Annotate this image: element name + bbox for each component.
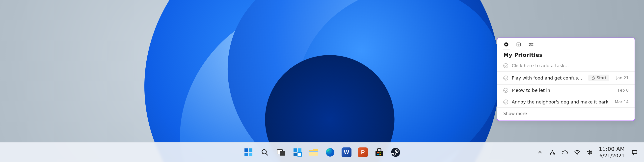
task-text: Annoy the neighbor's dog and make it bar… [512,99,609,104]
svg-point-33 [396,150,398,152]
task-date: Mar 14 [613,99,629,104]
cloud-icon [562,150,568,155]
task-view-icon [277,149,285,156]
folder-icon [309,148,319,157]
clock-date: 6/21/2021 [599,153,625,159]
sliders-icon [528,42,534,47]
task-row[interactable]: Meow to be let in Feb 8 [497,84,634,96]
widgets-icon [293,148,302,157]
clock-time: 11:00 AM [599,146,625,153]
task-row[interactable]: Annoy the neighbor's dog and make it bar… [497,96,634,107]
widget-tab-settings[interactable] [528,41,534,47]
svg-rect-29 [377,154,379,155]
share-nodes-icon [550,150,555,155]
task-check-icon[interactable] [503,88,508,93]
task-row[interactable]: Play with food and get confused by own t… [497,71,634,84]
svg-point-39 [577,154,577,155]
word-button[interactable]: W [340,147,352,158]
task-text: Play with food and get confused by own t… [512,75,585,81]
svg-rect-28 [380,152,381,153]
notifications-button[interactable] [631,149,638,156]
svg-rect-1 [517,43,521,46]
svg-rect-24 [309,151,318,152]
start-button[interactable] [242,147,254,158]
system-tray: 11:00 AM 6/21/2021 [537,146,638,159]
microsoft-store-button[interactable] [373,147,385,158]
svg-rect-19 [294,149,297,152]
svg-point-7 [530,45,531,46]
check-circle-icon [504,42,509,47]
task-check-icon[interactable] [503,63,508,68]
widget-title: My Priorities [497,50,634,60]
task-check-icon[interactable] [503,76,508,81]
priorities-widget: My Priorities Click here to add a task..… [497,38,635,121]
show-more-button[interactable]: Show more [497,108,634,121]
svg-rect-11 [244,149,248,152]
svg-line-16 [266,153,268,155]
svg-rect-21 [294,153,297,156]
add-task-placeholder: Click here to add a task... [512,63,629,68]
tray-overflow-button[interactable] [537,149,543,155]
svg-rect-13 [244,153,248,156]
task-text: Meow to be let in [512,88,609,93]
svg-rect-14 [249,153,252,156]
speaker-icon [586,150,592,155]
windows-icon [244,148,253,157]
task-check-icon[interactable] [503,99,508,104]
taskbar: W P [0,142,644,162]
store-icon [374,148,384,157]
tray-share-button[interactable] [550,149,555,155]
task-start-label: Start [597,76,606,80]
svg-point-36 [552,150,553,151]
taskbar-clock[interactable]: 11:00 AM 6/21/2021 [599,146,625,159]
svg-rect-26 [376,151,383,156]
svg-rect-12 [249,149,252,152]
svg-rect-30 [380,154,381,155]
edge-icon [326,148,335,157]
svg-rect-18 [280,151,285,156]
steam-icon [391,148,400,157]
task-date: Jan 21 [613,76,629,80]
task-view-button[interactable] [275,147,287,158]
stopwatch-icon [591,76,595,80]
svg-point-5 [531,43,533,44]
svg-rect-27 [377,152,379,153]
word-icon: W [342,148,352,157]
powerpoint-icon: P [358,148,368,157]
widget-tabs [497,38,634,50]
wifi-icon [574,150,580,155]
task-list: Click here to add a task... Play with fo… [497,60,634,107]
powerpoint-button[interactable]: P [357,147,369,158]
widget-tab-tasks[interactable] [503,41,509,47]
svg-rect-20 [298,149,302,152]
search-icon [261,149,268,156]
widget-tab-layout[interactable] [516,41,522,47]
tray-sound-button[interactable] [586,149,592,155]
widgets-button[interactable] [292,147,304,158]
add-task-row[interactable]: Click here to add a task... [497,60,634,71]
steam-button[interactable] [390,147,402,158]
search-button[interactable] [259,147,271,158]
file-explorer-button[interactable] [308,147,320,158]
chevron-up-icon [538,150,542,155]
edge-button[interactable] [324,147,336,158]
taskbar-apps: W P [242,147,402,158]
tray-network-button[interactable] [574,149,580,155]
task-start-button[interactable]: Start [588,75,609,81]
tray-onedrive-button[interactable] [562,149,568,155]
svg-rect-22 [298,153,302,156]
task-date: Feb 8 [613,88,629,93]
layout-icon [516,42,521,47]
svg-point-31 [391,148,400,157]
chat-icon [632,150,638,155]
